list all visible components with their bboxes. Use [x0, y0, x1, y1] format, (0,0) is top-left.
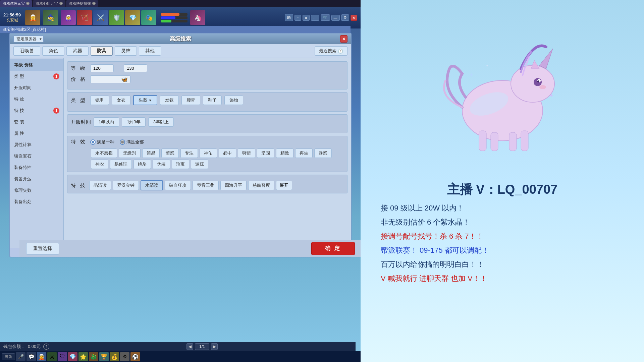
effect-btn-16[interactable]: 珍宝: [172, 160, 189, 169]
sidebar-item-server-time[interactable]: 开服时间: [10, 82, 63, 94]
taskbar-settings-icon[interactable]: ⚙: [120, 352, 129, 361]
char-icon-7[interactable]: 💎: [125, 10, 140, 25]
skill-btn-3[interactable]: 破血狂攻: [165, 181, 191, 190]
effect-btn-8[interactable]: 坚固: [257, 148, 274, 158]
sidebar-item-attr-calc[interactable]: 属性计算: [10, 139, 63, 150]
prev-page-btn[interactable]: ◀: [186, 343, 193, 350]
sidebar-item-level-price[interactable]: 等级 价格: [10, 59, 63, 71]
radio-satisfy-all[interactable]: 满足全部: [120, 139, 144, 145]
next-page-btn[interactable]: ▶: [211, 343, 218, 350]
effect-btn-11[interactable]: 暴怒: [314, 148, 332, 158]
sidebar-item-gem[interactable]: 镶嵌宝石: [10, 150, 63, 162]
effect-btn-0[interactable]: 永不磨损: [91, 148, 117, 158]
tab-2-close[interactable]: ×: [59, 2, 63, 5]
dialog-close-btn[interactable]: ×: [340, 35, 347, 43]
taskbar-ball-icon[interactable]: ⚽: [130, 352, 140, 361]
sidebar-item-equip-source[interactable]: 装备出处: [10, 196, 63, 207]
sidebar-item-equip-trait[interactable]: 装备特性: [10, 162, 63, 173]
char-icon-1[interactable]: 🧝: [25, 10, 40, 25]
server-selector-wrap[interactable]: 指定服务器 ▼: [13, 36, 44, 42]
effect-btn-10[interactable]: 再生: [295, 148, 313, 158]
char-icon-6[interactable]: 🛡️: [109, 10, 124, 25]
sidebar-item-equip-luck[interactable]: 装备开运: [10, 173, 63, 185]
effect-btn-7[interactable]: 狩猎: [238, 148, 255, 158]
char-icon-8[interactable]: 🎭: [141, 10, 156, 25]
tab-1-close[interactable]: ×: [26, 2, 30, 5]
effect-btn-12[interactable]: 神农: [91, 160, 108, 169]
effect-btn-1[interactable]: 无级别: [119, 148, 141, 158]
server-selector[interactable]: 指定服务器: [13, 36, 44, 42]
taskbar-dragon-icon[interactable]: 🐉: [89, 352, 98, 361]
skill-btn-2[interactable]: 水清读: [141, 180, 163, 190]
skill-btn-5[interactable]: 四海升平: [220, 181, 247, 190]
char-icon-last[interactable]: 🦄: [190, 10, 205, 25]
expand-skills-btn[interactable]: 展开: [276, 181, 292, 190]
skill-btn-0[interactable]: 晶清读: [89, 181, 111, 190]
tab-accessory[interactable]: 灵饰: [115, 46, 137, 56]
type-btn-shiwu[interactable]: 饰物: [224, 96, 243, 105]
sidebar-item-type[interactable]: 类 型 1: [10, 71, 63, 82]
char-icon-2[interactable]: 🧙: [43, 10, 58, 25]
char-icon-5[interactable]: ⚔️: [93, 10, 108, 25]
chat-btn[interactable]: …: [311, 15, 319, 21]
confirm-btn[interactable]: 确 定: [311, 242, 355, 255]
record-btn[interactable]: ●: [303, 15, 310, 21]
effect-btn-13[interactable]: 易修理: [110, 160, 132, 169]
taskbar-magic-icon[interactable]: 🌟: [78, 352, 88, 361]
sidebar-item-suit[interactable]: 套 装: [10, 116, 63, 128]
effect-btn-17[interactable]: 迷踪: [191, 160, 208, 169]
tab-1[interactable]: 游戏体感元宝 ×: [0, 0, 32, 7]
radio-satisfy-one[interactable]: 满足一种: [90, 139, 114, 145]
tab-armor[interactable]: 防具: [91, 46, 113, 56]
effect-btn-15[interactable]: 伪装: [153, 160, 170, 169]
tab-2[interactable]: 游戏4 /组元宝 ×: [33, 0, 65, 7]
time-btn-1yr[interactable]: 1年以内: [94, 117, 119, 127]
char-icon-4[interactable]: 🏹: [77, 10, 92, 25]
minimize-btn[interactable]: —: [331, 15, 340, 21]
tab-other[interactable]: 其他: [139, 46, 161, 56]
taskbar-char3-icon[interactable]: 🛡: [58, 352, 67, 361]
tab-weapon[interactable]: 武器: [66, 46, 89, 56]
assist-btn[interactable]: 助: [285, 14, 293, 21]
type-btn-toupeng[interactable]: 头盔 ▼: [133, 95, 157, 105]
type-btn-fachai[interactable]: 发钗: [160, 96, 179, 105]
share-btn[interactable]: ↑: [294, 15, 301, 21]
effect-btn-14[interactable]: 绝杀: [133, 160, 151, 169]
taskbar-trophy-icon[interactable]: 🏆: [99, 352, 109, 361]
cart-btn[interactable]: 🛒: [321, 14, 330, 21]
taskbar-chat-icon[interactable]: 💬: [26, 352, 36, 361]
sidebar-item-special-skill[interactable]: 特 技 1: [10, 105, 63, 116]
skill-btn-4[interactable]: 琴音三叠: [193, 181, 219, 190]
effect-btn-6[interactable]: 必中: [219, 148, 236, 158]
reset-btn[interactable]: 重置选择: [26, 243, 59, 255]
type-btn-yaodai[interactable]: 腰带: [181, 96, 200, 105]
window-close-btn[interactable]: ×: [351, 15, 357, 21]
type-btn-xiezi[interactable]: 鞋子: [203, 96, 222, 105]
effect-btn-9[interactable]: 精致: [276, 148, 293, 158]
taskbar-char2-icon[interactable]: ⚔: [47, 352, 57, 361]
taskbar-gem-icon[interactable]: 💎: [68, 352, 77, 361]
time-btn-1to3yr[interactable]: 1到3年: [122, 117, 145, 127]
tab-summon[interactable]: 召唤兽: [13, 46, 40, 56]
effect-btn-3[interactable]: 愤怒: [161, 148, 179, 158]
sidebar-item-repair-fail[interactable]: 修理失败: [10, 185, 63, 196]
level-min-input[interactable]: [90, 64, 114, 72]
sidebar-item-attribute[interactable]: 属 性: [10, 128, 63, 139]
effect-btn-4[interactable]: 专注: [180, 148, 198, 158]
skill-btn-1[interactable]: 罗汉金钟: [113, 181, 139, 190]
skill-btn-6[interactable]: 慈航普度: [248, 181, 274, 190]
tab-character[interactable]: 角色: [42, 46, 64, 56]
level-max-input[interactable]: [124, 64, 147, 72]
sidebar-item-special-effect[interactable]: 特 效: [10, 94, 63, 105]
current-label[interactable]: 当前: [2, 353, 15, 360]
time-btn-3yr+[interactable]: 3年以上: [148, 117, 174, 127]
tab-3[interactable]: 游戏快捷按钮 ×: [66, 0, 98, 7]
settings-btn[interactable]: ⚙: [341, 14, 349, 21]
taskbar-mic-icon[interactable]: 🎤: [16, 352, 25, 361]
effect-btn-5[interactable]: 神佑: [200, 148, 217, 158]
recent-search-btn[interactable]: 最近搜索 🕐: [315, 46, 347, 56]
char-icon-3[interactable]: 🧝‍♀️: [61, 10, 76, 25]
type-btn-kaijia[interactable]: 铠甲: [90, 96, 109, 105]
tab-3-close[interactable]: ×: [92, 2, 96, 5]
effect-btn-2[interactable]: 简易: [142, 148, 160, 158]
